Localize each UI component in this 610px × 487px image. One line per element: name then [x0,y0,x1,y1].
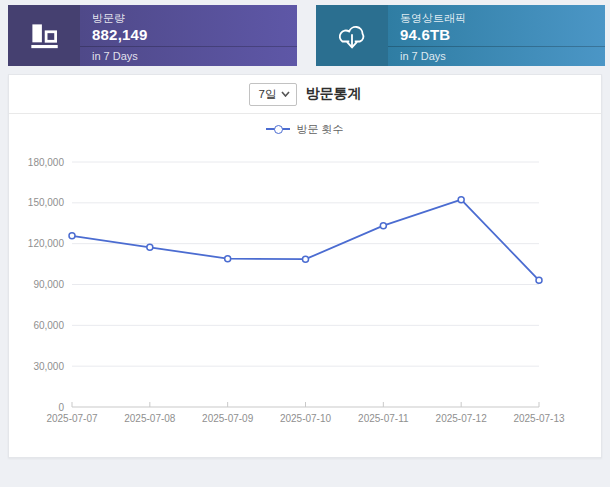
visit-stats-panel: 7일 방문통계 방문 횟수 030,00060,00090,000120,000… [8,74,602,458]
chevron-down-icon [281,91,290,97]
stat-card-value: 94.6TB [400,26,595,45]
svg-text:150,000: 150,000 [28,197,65,208]
svg-text:2025-07-13: 2025-07-13 [513,413,565,424]
stat-card: 방문량 882,149 in 7 Days [8,5,297,66]
svg-text:30,000: 30,000 [33,361,64,372]
period-select-value: 7일 [259,87,277,102]
stat-card-label: 동영상트래픽 [400,12,595,26]
svg-text:2025-07-09: 2025-07-09 [202,413,254,424]
svg-text:2025-07-08: 2025-07-08 [124,413,176,424]
legend-item[interactable]: 방문 횟수 [9,116,601,142]
svg-text:2025-07-11: 2025-07-11 [358,413,409,424]
svg-text:60,000: 60,000 [33,320,64,331]
stat-card-period: in 7 Days [80,46,297,66]
svg-text:2025-07-10: 2025-07-10 [280,413,332,424]
svg-text:2025-07-12: 2025-07-12 [436,413,488,424]
svg-text:0: 0 [58,402,64,413]
svg-text:180,000: 180,000 [28,157,65,168]
svg-text:2025-07-07: 2025-07-07 [46,413,98,424]
legend-line-marker-icon [266,124,290,134]
bar-chart-icon [8,5,80,66]
panel-header: 7일 방문통계 [9,75,601,114]
panel-title: 방문통계 [306,85,362,103]
legend-label: 방문 횟수 [296,122,343,137]
line-chart: 030,00060,00090,000120,000150,000180,000… [9,144,601,444]
svg-text:90,000: 90,000 [33,279,64,290]
stat-card-period: in 7 Days [388,46,605,66]
stat-card: 동영상트래픽 94.6TB in 7 Days [316,5,605,66]
period-select[interactable]: 7일 [249,83,297,106]
stat-card-value: 882,149 [92,26,287,45]
stat-card-body: 방문량 882,149 in 7 Days [80,5,297,66]
stat-card-label: 방문량 [92,12,287,26]
stat-card-body: 동영상트래픽 94.6TB in 7 Days [388,5,605,66]
stat-cards-row: 방문량 882,149 in 7 Days 동영상트래픽 94.6TB in 7… [8,5,605,66]
cloud-download-icon [316,5,388,66]
svg-text:120,000: 120,000 [28,238,65,249]
